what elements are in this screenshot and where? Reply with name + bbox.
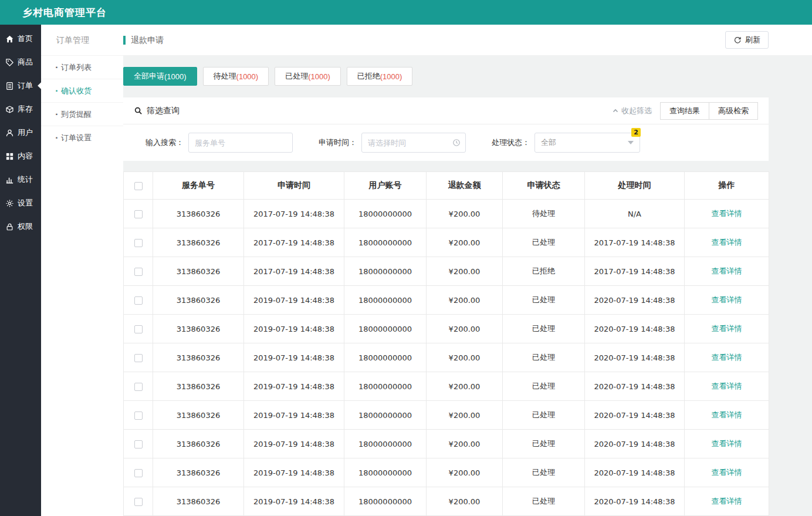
view-detail-link[interactable]: 查看详情	[712, 439, 742, 448]
cell-account: 18000000000	[344, 430, 427, 458]
table-row: 3138603262019-07-19 14:48:3818000000000¥…	[124, 430, 769, 458]
table-row: 3138603262019-07-19 14:48:3818000000000¥…	[124, 487, 769, 516]
advanced-search-button[interactable]: 高级检索	[709, 102, 758, 120]
refresh-icon	[733, 36, 742, 44]
sidebar-item-stats[interactable]: 统计	[0, 168, 41, 191]
submenu-item-arrival-reminder[interactable]: 到货提醒	[41, 102, 123, 126]
submenu-item-confirm-receipt[interactable]: 确认收货	[41, 79, 123, 102]
submenu-items: 订单列表确认收货到货提醒订单设置	[41, 55, 123, 149]
row-checkbox[interactable]	[134, 383, 143, 391]
view-detail-link[interactable]: 查看详情	[712, 238, 742, 247]
main-content: 退款申请 刷新 全部申请(1000)待处理(1000)已处理(1000)已拒绝(…	[123, 25, 812, 516]
query-result-button[interactable]: 查询结果	[660, 102, 709, 120]
service-no-input[interactable]	[188, 133, 293, 153]
row-checkbox[interactable]	[134, 440, 143, 448]
cell-account: 18000000000	[344, 458, 427, 487]
select-all-checkbox[interactable]	[134, 182, 143, 190]
row-checkbox-cell	[124, 487, 153, 516]
cell-amount: ¥200.00	[427, 315, 503, 343]
view-detail-link[interactable]: 查看详情	[712, 209, 742, 218]
apply-time-input[interactable]	[361, 133, 466, 153]
tab-all[interactable]: 全部申请(1000)	[123, 67, 197, 86]
row-checkbox-cell	[124, 458, 153, 487]
clock-icon	[452, 139, 461, 147]
select-all-cell	[124, 172, 153, 200]
row-checkbox-cell	[124, 286, 153, 315]
chevron-up-icon	[612, 107, 619, 114]
annotation-badge: 2	[631, 128, 641, 137]
row-checkbox[interactable]	[134, 354, 143, 362]
column-header: 处理时间	[585, 172, 685, 200]
sidebar-item-home[interactable]: 首页	[0, 27, 41, 50]
status-select[interactable]: 全部 2	[534, 133, 640, 153]
refresh-button[interactable]: 刷新	[725, 31, 769, 49]
tab-rejected[interactable]: 已拒绝(1000)	[347, 67, 413, 86]
filter-panel: 筛选查询 收起筛选 查询结果 高级检索 输	[123, 97, 769, 161]
tab-label: 待处理	[214, 71, 236, 82]
users-icon	[5, 129, 14, 137]
cell-handle-time: N/A	[585, 200, 685, 228]
page-title: 退款申请	[123, 36, 164, 45]
row-checkbox[interactable]	[134, 325, 143, 333]
cell-account: 18000000000	[344, 487, 427, 516]
row-checkbox[interactable]	[134, 498, 143, 506]
view-detail-link[interactable]: 查看详情	[712, 353, 742, 362]
sidebar-item-users[interactable]: 用户	[0, 121, 41, 144]
sidebar-item-permissions[interactable]: 权限	[0, 215, 41, 238]
submenu-item-order-list[interactable]: 订单列表	[41, 55, 123, 79]
sidebar-item-content[interactable]: 内容	[0, 144, 41, 168]
tab-pending[interactable]: 待处理(1000)	[203, 67, 269, 86]
table-row: 3138603262019-07-19 14:48:3818000000000¥…	[124, 401, 769, 430]
cell-service-no: 313860326	[153, 487, 244, 516]
cell-handle-time: 2020-07-19 14:48:38	[585, 286, 685, 315]
row-checkbox[interactable]	[134, 268, 143, 276]
column-header: 退款金额	[427, 172, 503, 200]
cell-amount: ¥200.00	[427, 200, 503, 228]
sidebar-item-label: 用户	[18, 127, 33, 138]
sidebar-item-settings[interactable]: 设置	[0, 191, 41, 215]
cell-apply-time: 2019-07-19 14:48:38	[244, 372, 344, 401]
row-checkbox[interactable]	[134, 469, 143, 477]
view-detail-link[interactable]: 查看详情	[712, 267, 742, 275]
view-detail-link[interactable]: 查看详情	[712, 382, 742, 390]
cell-amount: ¥200.00	[427, 430, 503, 458]
view-detail-link[interactable]: 查看详情	[712, 497, 742, 505]
view-detail-link[interactable]: 查看详情	[712, 410, 742, 419]
column-header: 申请状态	[503, 172, 585, 200]
filter-title: 筛选查询	[134, 106, 180, 116]
cell-apply-time: 2019-07-19 14:48:38	[244, 286, 344, 315]
home-icon	[5, 35, 14, 43]
row-checkbox[interactable]	[134, 210, 143, 218]
cell-apply-time: 2019-07-19 14:48:38	[244, 430, 344, 458]
view-detail-link[interactable]: 查看详情	[712, 468, 742, 477]
cell-account: 18000000000	[344, 315, 427, 343]
sidebar-item-label: 商品	[18, 57, 33, 68]
row-checkbox[interactable]	[134, 296, 143, 305]
column-header: 操作	[685, 172, 769, 200]
cell-action: 查看详情	[685, 228, 769, 257]
sidebar-item-goods[interactable]: 商品	[0, 50, 41, 74]
primary-sidebar: 首页商品订单库存用户内容统计设置权限	[0, 25, 41, 516]
tab-processed[interactable]: 已处理(1000)	[275, 67, 341, 86]
submenu-item-order-settings[interactable]: 订单设置	[41, 126, 123, 149]
row-checkbox[interactable]	[134, 239, 143, 247]
cell-account: 18000000000	[344, 257, 427, 286]
content-icon	[5, 152, 14, 161]
sidebar-item-inventory[interactable]: 库存	[0, 97, 41, 121]
row-checkbox-cell	[124, 372, 153, 401]
cell-service-no: 313860326	[153, 286, 244, 315]
cell-handle-time: 2017-07-19 14:48:38	[585, 257, 685, 286]
cell-status: 已处理	[503, 487, 585, 516]
row-checkbox[interactable]	[134, 412, 143, 420]
collapse-filter-button[interactable]: 收起筛选	[612, 106, 652, 116]
tab-count: (1000)	[164, 72, 187, 81]
main-layout: 首页商品订单库存用户内容统计设置权限 订单管理 订单列表确认收货到货提醒订单设置…	[0, 25, 812, 516]
filter-actions: 收起筛选 查询结果 高级检索	[612, 102, 758, 120]
table-row: 3138603262017-07-19 14:48:3818000000000¥…	[124, 228, 769, 257]
orders-icon	[5, 82, 14, 90]
column-header: 服务单号	[153, 172, 244, 200]
sidebar-item-orders[interactable]: 订单	[0, 74, 41, 97]
view-detail-link[interactable]: 查看详情	[712, 324, 742, 333]
cell-apply-time: 2019-07-19 14:48:38	[244, 401, 344, 430]
view-detail-link[interactable]: 查看详情	[712, 295, 742, 304]
